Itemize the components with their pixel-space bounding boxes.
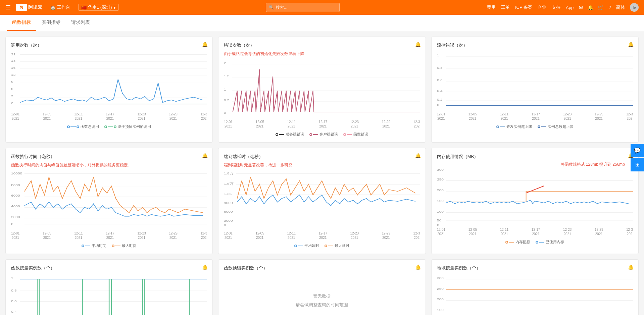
svg-text:1.5: 1.5 <box>224 74 230 78</box>
header-icons: ✉ 🔔 🛒 ? 简体 Ie <box>579 3 639 12</box>
legend-item-concurrent-limit: 并发实例超上限 <box>496 124 532 129</box>
svg-text:1.5万: 1.5万 <box>224 182 234 186</box>
svg-text:0.4: 0.4 <box>11 310 17 314</box>
bell-instances-concurrency[interactable]: 🔔 <box>202 264 208 270</box>
chart-duration: 10000 8000 6000 4000 2000 0 <box>11 170 207 230</box>
svg-text:3: 3 <box>11 94 13 98</box>
legend-item-avg-latency: 平均延时 <box>294 243 319 248</box>
tab-function-metrics[interactable]: 函数指标 <box>7 15 36 31</box>
card-duration: 函数执行时间（毫秒） 🔔 函数执行时间的均值与峰值偏差显著缩小，对外提供的服务更… <box>5 148 213 254</box>
legend-item-max-time: 最大时间 <box>112 243 137 248</box>
header-nav: 费用 工单 ICP 备案 企业 支持 App <box>487 4 574 10</box>
tabs: 函数指标 实例指标 请求列表 <box>0 15 644 31</box>
svg-text:18: 18 <box>11 59 15 62</box>
chart-invocations: 21 18 15 12 9 6 3 0 <box>11 51 207 111</box>
svg-text:4000: 4000 <box>11 204 20 208</box>
svg-text:300: 300 <box>437 276 444 280</box>
search-placeholder: 搜索... <box>276 5 287 10</box>
legend-memory: 内存配额 已使用内存 <box>437 240 633 245</box>
svg-text:0.8: 0.8 <box>437 66 443 69</box>
x-labels-e2e: 12-012021 12-052021 12-112021 12-172021 … <box>224 230 420 241</box>
card-throttles: 流控错误（次） 🔔 1 0.8 0.6 0.4 0.2 0 1 <box>431 37 639 143</box>
svg-text:9000: 9000 <box>224 201 233 205</box>
nav-enterprise[interactable]: 企业 <box>538 4 546 10</box>
region-selector[interactable]: 🇨🇳 华南1 (深圳) ▾ <box>78 4 119 11</box>
cart-icon[interactable]: 🛒 <box>598 5 604 10</box>
lang-label[interactable]: 简体 <box>616 4 625 10</box>
search-box[interactable]: 🔍 搜索... <box>266 3 340 12</box>
help-icon[interactable]: ? <box>608 5 611 10</box>
svg-text:21: 21 <box>11 52 15 56</box>
card-instances-region-title: 地域按量实例数（个） <box>437 265 633 271</box>
chart-instances-concurrency: 1 0.8 0.6 0.4 0.2 0 <box>11 274 207 315</box>
tab-request-list[interactable]: 请求列表 <box>66 15 95 31</box>
legend-duration: 平均时间 最大时间 <box>11 243 207 248</box>
chat-button[interactable]: 💬 <box>631 144 644 157</box>
search-area: 🔍 搜索... <box>124 3 482 12</box>
bell-errors[interactable]: 🔔 <box>415 42 421 47</box>
logo-icon: 阿 <box>16 4 27 11</box>
nav-support[interactable]: 支持 <box>552 4 560 10</box>
card-instances-concurrency: 函数按量实例数（个） 🔔 1 0.8 0.6 0.4 0.2 0 <box>5 259 213 315</box>
sidebar-float: 💬 ⊞ <box>631 144 644 171</box>
svg-text:0: 0 <box>11 101 13 105</box>
legend-item-max-latency: 最大延时 <box>325 243 349 248</box>
svg-text:250: 250 <box>437 178 444 181</box>
bell-instances-reserved[interactable]: 🔔 <box>415 264 421 270</box>
region-label: 华南1 (深圳) <box>88 4 112 10</box>
tab-instance-metrics[interactable]: 实例指标 <box>36 15 66 31</box>
svg-text:6000: 6000 <box>11 194 20 198</box>
region-flag: 🇨🇳 <box>81 5 87 10</box>
bell-instances-region[interactable]: 🔔 <box>628 264 634 270</box>
email-icon[interactable]: ✉ <box>579 5 583 10</box>
no-data-title: 暂无数据 <box>313 293 331 299</box>
x-labels-throttles: 12-012021 12-052021 12-112021 12-172021 … <box>437 111 633 121</box>
x-labels-errors: 12-012021 12-052021 12-112021 12-172021 … <box>224 119 420 129</box>
svg-text:1: 1 <box>437 53 439 57</box>
nav-app[interactable]: App <box>566 5 574 10</box>
chart-throttles: 1 0.8 0.6 0.4 0.2 0 <box>437 51 633 111</box>
menu-icon[interactable]: ☰ <box>5 4 11 11</box>
svg-text:0.2: 0.2 <box>437 98 443 101</box>
svg-text:0.8: 0.8 <box>11 288 17 292</box>
x-labels-duration: 12-012021 12-052021 12-112021 12-172021 … <box>11 230 207 241</box>
legend-item-total: 函数总调用 <box>67 124 99 129</box>
svg-text:12: 12 <box>11 73 15 76</box>
no-data-area: 暂无数据 请尝试调整查询的时间范围 <box>224 274 420 315</box>
svg-text:9: 9 <box>11 80 13 84</box>
card-duration-title: 函数执行时间（毫秒） <box>11 154 207 160</box>
home-icon: 🏠 <box>50 5 56 10</box>
annotation-duration: 函数执行时间的均值与峰值偏差显著缩小，对外提供的服务更稳定. <box>11 162 207 168</box>
workbench-link[interactable]: 🏠 工作台 <box>48 4 73 10</box>
svg-text:150: 150 <box>437 308 444 312</box>
bell-throttles[interactable]: 🔔 <box>628 42 634 47</box>
svg-text:8000: 8000 <box>11 183 20 187</box>
legend-item-used-memory: 已使用内存 <box>536 240 564 245</box>
svg-text:0.6: 0.6 <box>11 299 17 303</box>
svg-text:50: 50 <box>437 218 441 222</box>
svg-text:15: 15 <box>11 66 15 69</box>
chart-memory: 300 250 200 150 100 50 0 <box>437 166 633 227</box>
bell-invocations[interactable]: 🔔 <box>202 42 208 47</box>
avatar[interactable]: Ie <box>630 3 639 12</box>
nav-ticket[interactable]: 工单 <box>501 4 510 10</box>
annotation-e2e: 端到端延时无显著改善，待进一步研究. <box>224 162 420 168</box>
bell-duration[interactable]: 🔔 <box>202 153 208 158</box>
card-errors: 错误次数（次） 🔔 由于规格过低导致的初始化失败次数显著下降 2 1.5 1 0… <box>218 37 426 143</box>
legend-e2e: 平均延时 最大延时 <box>224 243 420 248</box>
bell-icon[interactable]: 🔔 <box>588 5 593 10</box>
svg-text:3000: 3000 <box>224 219 233 222</box>
chart-errors: 2 1.5 1 0.5 0 <box>224 59 420 119</box>
grid-button[interactable]: ⊞ <box>631 158 644 171</box>
main-content: 调用次数（次） 🔔 21 18 15 12 9 6 3 0 <box>0 31 644 315</box>
bell-e2e[interactable]: 🔔 <box>415 153 421 158</box>
nav-fee[interactable]: 费用 <box>487 4 496 10</box>
legend-item-server-error: 服务端错误 <box>276 132 304 137</box>
svg-text:0: 0 <box>437 223 439 227</box>
svg-text:150: 150 <box>437 199 444 203</box>
svg-text:1.8万: 1.8万 <box>224 171 234 175</box>
svg-text:1: 1 <box>11 276 13 280</box>
svg-text:1: 1 <box>224 88 226 91</box>
legend-item-total-limit: 实例总数超上限 <box>538 124 574 129</box>
nav-icp[interactable]: ICP 备案 <box>515 4 532 10</box>
